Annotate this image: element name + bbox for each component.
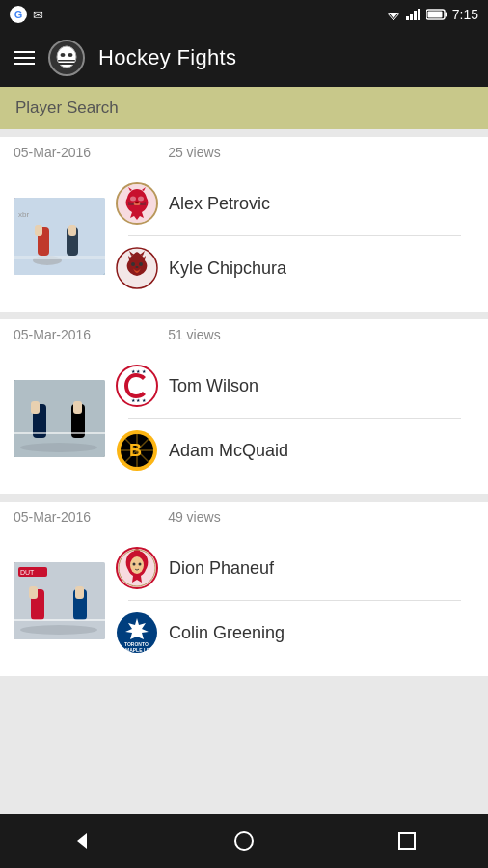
- recent-button[interactable]: [383, 822, 431, 860]
- fight-thumbnail: [14, 380, 105, 457]
- status-bar: G ✉ 7:15: [0, 0, 488, 29]
- hockey-mask-icon: [53, 44, 80, 71]
- player-search-bar[interactable]: Player Search: [0, 87, 488, 129]
- svg-point-27: [135, 202, 139, 203]
- svg-point-75: [235, 832, 253, 850]
- fight-thumbnail: xbr: [14, 198, 105, 275]
- player-name: Colin Greening: [169, 623, 285, 643]
- player-search-label: Player Search: [15, 98, 119, 117]
- fight-views: 51 views: [168, 327, 220, 342]
- svg-text:★ ★ ★: ★ ★ ★: [131, 368, 147, 374]
- back-icon: [69, 829, 93, 853]
- player-name: Alex Petrovic: [169, 194, 270, 214]
- svg-text:★ ★ ★: ★ ★ ★: [131, 397, 147, 403]
- svg-point-24: [130, 197, 136, 202]
- fight-meta: 05-Mar-2016 49 views: [0, 502, 488, 532]
- wifi-icon: [386, 9, 401, 20]
- svg-point-39: [20, 443, 97, 452]
- player-row: Dion Phaneuf: [115, 540, 474, 596]
- player-row: Alex Petrovic: [115, 176, 474, 231]
- svg-rect-4: [414, 11, 417, 20]
- ottawa-senators-logo: [115, 546, 159, 590]
- svg-rect-15: [14, 198, 105, 275]
- svg-rect-20: [68, 225, 76, 236]
- players-info: Alex Petrovic: [105, 176, 474, 296]
- svg-rect-43: [73, 401, 82, 414]
- divider: [128, 600, 461, 601]
- svg-text:MAPLE LEAFS: MAPLE LEAFS: [125, 647, 159, 653]
- svg-point-36: [136, 266, 139, 268]
- back-button[interactable]: [57, 822, 105, 860]
- fight-views: 25 views: [168, 145, 220, 160]
- fight-date: 05-Mar-2016: [14, 145, 91, 160]
- svg-point-67: [133, 563, 136, 566]
- home-button[interactable]: [220, 822, 268, 860]
- fight-content: xbr: [0, 168, 488, 312]
- google-icon: G: [10, 6, 27, 23]
- svg-rect-8: [427, 12, 442, 18]
- svg-rect-5: [418, 9, 420, 20]
- signal-icon: [406, 9, 421, 20]
- app-bar: Hockey Fights: [0, 29, 488, 87]
- battery-icon: [426, 9, 447, 20]
- recent-icon: [395, 829, 419, 853]
- svg-point-34: [131, 262, 135, 266]
- florida-panthers-logo: [115, 181, 159, 226]
- main-content: Player Search 05-Mar-2016 25 views: [0, 87, 488, 814]
- svg-point-56: [20, 625, 97, 635]
- svg-rect-2: [406, 16, 409, 20]
- svg-rect-7: [445, 13, 447, 17]
- player-name: Kyle Chipchura: [169, 258, 286, 279]
- hamburger-menu[interactable]: [14, 51, 35, 65]
- thumbnail-image: xbr: [14, 198, 105, 275]
- app-logo: [48, 40, 85, 76]
- svg-rect-76: [399, 833, 415, 849]
- svg-point-66: [130, 556, 144, 574]
- fight-date: 05-Mar-2016: [14, 509, 91, 525]
- fight-content: DUT: [0, 532, 488, 676]
- player-row: B Adam McQuaid: [115, 422, 474, 478]
- svg-rect-3: [410, 14, 413, 20]
- svg-text:xbr: xbr: [18, 210, 29, 219]
- divider: [128, 235, 461, 236]
- svg-marker-74: [77, 833, 87, 849]
- thumbnail-image: [14, 380, 105, 457]
- svg-rect-58: [29, 586, 38, 599]
- player-name: Tom Wilson: [169, 376, 258, 396]
- thumbnail-image: DUT: [14, 562, 105, 639]
- player-row: Kyle Chipchura: [115, 240, 474, 296]
- svg-rect-60: [75, 586, 84, 599]
- fight-card[interactable]: 05-Mar-2016 49 views DUT: [0, 502, 488, 676]
- time-display: 7:15: [452, 7, 478, 22]
- arizona-coyotes-logo: [115, 246, 159, 290]
- player-name: Dion Phaneuf: [169, 558, 274, 579]
- status-bar-right: 7:15: [386, 7, 478, 22]
- fight-content: ★ ★ ★ ★ ★ ★ Tom Wilson: [0, 350, 488, 494]
- player-row: TORONTO MAPLE LEAFS Colin Greening: [115, 605, 474, 661]
- svg-text:DUT: DUT: [20, 569, 35, 576]
- player-name: Adam McQuaid: [169, 441, 288, 461]
- svg-rect-18: [35, 225, 42, 236]
- player-row: ★ ★ ★ ★ ★ ★ Tom Wilson: [115, 358, 474, 414]
- washington-capitals-logo: ★ ★ ★ ★ ★ ★: [115, 364, 159, 408]
- players-info: Dion Phaneuf TORONTO MAPLE LEAFS: [105, 540, 474, 661]
- fight-date: 05-Mar-2016: [14, 327, 91, 342]
- nav-bar: [0, 814, 488, 868]
- fight-card[interactable]: 05-Mar-2016 51 views: [0, 319, 488, 494]
- status-bar-left: G ✉: [10, 6, 43, 23]
- home-icon: [232, 829, 256, 853]
- fight-views: 49 views: [168, 509, 220, 525]
- fight-meta: 05-Mar-2016 51 views: [0, 319, 488, 350]
- toronto-maple-leafs-logo: TORONTO MAPLE LEAFS: [115, 610, 159, 655]
- fight-thumbnail: DUT: [14, 562, 105, 639]
- svg-rect-41: [31, 401, 40, 414]
- fight-card[interactable]: 05-Mar-2016 25 views xbr: [0, 137, 488, 312]
- app-title: Hockey Fights: [98, 45, 236, 70]
- svg-rect-21: [14, 256, 105, 259]
- svg-point-11: [68, 53, 73, 57]
- boston-bruins-logo: B: [115, 428, 159, 473]
- svg-rect-12: [58, 60, 75, 62]
- divider: [128, 418, 461, 419]
- svg-point-25: [138, 197, 144, 202]
- svg-point-68: [139, 563, 142, 566]
